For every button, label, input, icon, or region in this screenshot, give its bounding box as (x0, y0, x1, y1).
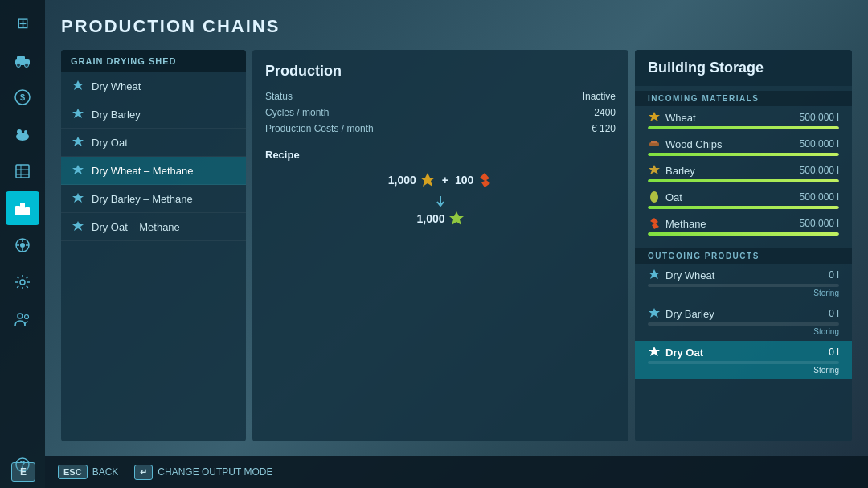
stat-costs-value: € 120 (592, 123, 616, 134)
svg-marker-32 (72, 221, 84, 231)
storage-oat-row: Oat 500,000 l (648, 191, 839, 203)
enter-key-badge: ↵ (134, 465, 153, 480)
sidebar: ⊞ $ ? (0, 0, 45, 488)
barley-icon (648, 164, 661, 177)
chain-item-label: Dry Barley (92, 109, 141, 121)
storage-oat[interactable]: Oat 500,000 l (635, 186, 852, 212)
svg-point-24 (25, 315, 29, 319)
svg-marker-30 (72, 165, 84, 174)
production-title: Production (265, 63, 616, 80)
svg-marker-33 (420, 173, 435, 187)
woodchips-bar (648, 153, 839, 156)
sidebar-item-quickmenu[interactable]: ⊞ (6, 6, 39, 40)
sidebar-item-vehicles[interactable] (6, 43, 39, 77)
stat-costs: Production Costs / month € 120 (265, 123, 616, 134)
plus-icon: + (442, 174, 448, 187)
incoming-header: INCOMING MATERIALS (635, 91, 852, 106)
svg-marker-41 (649, 308, 660, 318)
chain-item-dry-wheat[interactable]: Dry Wheat (61, 72, 246, 100)
dry-oat-icon (71, 135, 85, 150)
dry-wheat-icon (71, 79, 85, 93)
sidebar-item-finances[interactable]: $ (6, 80, 39, 114)
e-key[interactable]: E (11, 462, 35, 482)
dry-barley-sub: Storing (648, 327, 839, 336)
sidebar-item-animals[interactable] (6, 117, 39, 151)
esc-label: BACK (92, 466, 119, 478)
sidebar-item-fields[interactable] (6, 154, 39, 188)
stat-status-label: Status (265, 91, 293, 102)
recipe-methane-amount: 100 (455, 174, 473, 187)
storage-woodchips[interactable]: Wood Chips 500,000 l (635, 133, 852, 159)
oat-bar-fill (648, 206, 839, 209)
production-chains-panel: GRAIN DRYING SHED Dry Wheat Dry Barley D… (61, 50, 246, 441)
esc-key-badge: ESC (58, 465, 88, 479)
dry-wheat-methane-icon (71, 163, 85, 178)
storage-dry-oat-name: Dry Oat (648, 346, 703, 359)
storage-methane[interactable]: Methane 500,000 l (635, 212, 852, 239)
dry-barley-out-icon (648, 307, 661, 320)
sidebar-item-map[interactable] (6, 228, 39, 262)
storage-woodchips-row: Wood Chips 500,000 l (648, 137, 839, 150)
svg-marker-29 (72, 137, 84, 146)
wheat-bar-fill (648, 126, 839, 129)
panels: GRAIN DRYING SHED Dry Wheat Dry Barley D… (61, 50, 852, 441)
sidebar-item-production[interactable] (6, 191, 39, 225)
storage-dry-wheat[interactable]: Dry Wheat 0 l Storing (635, 264, 852, 302)
storage-barley-name: Barley (648, 164, 695, 177)
svg-marker-35 (649, 112, 660, 121)
svg-rect-14 (20, 203, 25, 215)
svg-marker-40 (649, 269, 660, 279)
svg-marker-38 (649, 165, 660, 174)
barley-bar (648, 179, 839, 182)
storage-dry-oat-row: Dry Oat 0 l (648, 346, 839, 359)
methane-storage-icon (648, 217, 661, 230)
svg-point-22 (20, 280, 25, 285)
chain-item-dry-oat[interactable]: Dry Oat (61, 129, 246, 157)
chain-item-dry-oat-methane[interactable]: Dry Oat – Methane (61, 213, 246, 241)
chain-item-label: Dry Wheat (92, 80, 141, 92)
svg-marker-34 (449, 211, 464, 225)
key-hint-esc: ESC BACK (58, 465, 118, 479)
svg-point-7 (17, 129, 22, 134)
svg-text:$: $ (20, 92, 25, 102)
svg-point-2 (17, 64, 21, 68)
chain-item-dry-wheat-methane[interactable]: Dry Wheat – Methane (61, 157, 246, 185)
key-hint-enter: ↵ CHANGE OUTPUT MODE (134, 465, 272, 480)
dry-oat-out-icon (648, 346, 661, 359)
dry-oat-sub: Storing (648, 366, 839, 375)
storage-barley-row: Barley 500,000 l (648, 164, 839, 177)
woodchips-bar-fill (648, 153, 839, 156)
stat-cycles: Cycles / month 2400 (265, 107, 616, 118)
storage-barley[interactable]: Barley 500,000 l (635, 159, 852, 186)
sidebar-item-workers[interactable] (6, 302, 39, 336)
dry-barley-methane-icon (71, 191, 85, 206)
storage-dry-oat[interactable]: Dry Oat 0 l Storing (635, 341, 852, 379)
chain-item-dry-barley[interactable]: Dry Barley (61, 100, 246, 129)
wheat-bar (648, 126, 839, 129)
sidebar-item-settings[interactable] (6, 265, 39, 299)
storage-wheat[interactable]: Wheat 500,000 l (635, 106, 852, 133)
storage-woodchips-name: Wood Chips (648, 137, 723, 150)
barley-bar-fill (648, 179, 839, 182)
dry-barley-out-bar (648, 322, 839, 326)
chain-item-label: Dry Oat (92, 137, 128, 149)
stat-status-value: Inactive (583, 91, 616, 102)
bottom-bar: ESC BACK ↵ CHANGE OUTPUT MODE (45, 456, 868, 488)
stat-status: Status Inactive (265, 91, 616, 102)
recipe-inputs-row: 1,000 + 100 (265, 172, 616, 188)
enter-label: CHANGE OUTPUT MODE (158, 466, 272, 478)
main-content: PRODUCTION CHAINS GRAIN DRYING SHED Dry … (45, 0, 868, 488)
storage-dry-barley-row: Dry Barley 0 l (648, 307, 839, 320)
chain-item-dry-barley-methane[interactable]: Dry Barley – Methane (61, 185, 246, 213)
storage-dry-wheat-name: Dry Wheat (648, 269, 714, 281)
stat-costs-label: Production Costs / month (265, 123, 374, 134)
woodchips-icon (648, 137, 661, 150)
svg-point-39 (650, 191, 658, 203)
outgoing-header: OUTGOING PRODUCTS (635, 248, 852, 264)
storage-dry-barley[interactable]: Dry Barley 0 l Storing (635, 302, 852, 341)
page-title: PRODUCTION CHAINS (61, 16, 852, 37)
dry-wheat-output-icon (448, 211, 465, 227)
recipe-arrow (265, 195, 616, 207)
svg-point-17 (20, 243, 25, 248)
storage-wheat-row: Wheat 500,000 l (648, 111, 839, 124)
